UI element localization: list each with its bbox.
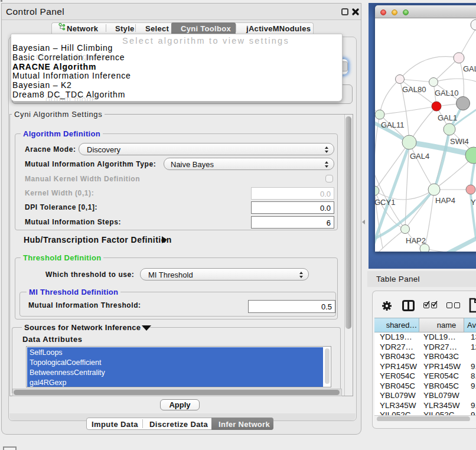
svg-text:GAL1: GAL1 (438, 113, 457, 122)
svg-text:GAL2: GAL2 (463, 64, 476, 73)
svg-text:GAL4: GAL4 (410, 152, 429, 161)
svg-text:YM: YM (471, 198, 476, 207)
svg-text:GAL80: GAL80 (402, 85, 426, 94)
svg-text:GAL10: GAL10 (435, 89, 458, 97)
svg-text:HAP4: HAP4 (435, 196, 455, 205)
svg-text:HAP2: HAP2 (406, 236, 426, 245)
svg-text:GAL11: GAL11 (381, 120, 405, 129)
svg-text:GCY1: GCY1 (375, 198, 395, 207)
svg-text:SWI4: SWI4 (450, 137, 469, 146)
